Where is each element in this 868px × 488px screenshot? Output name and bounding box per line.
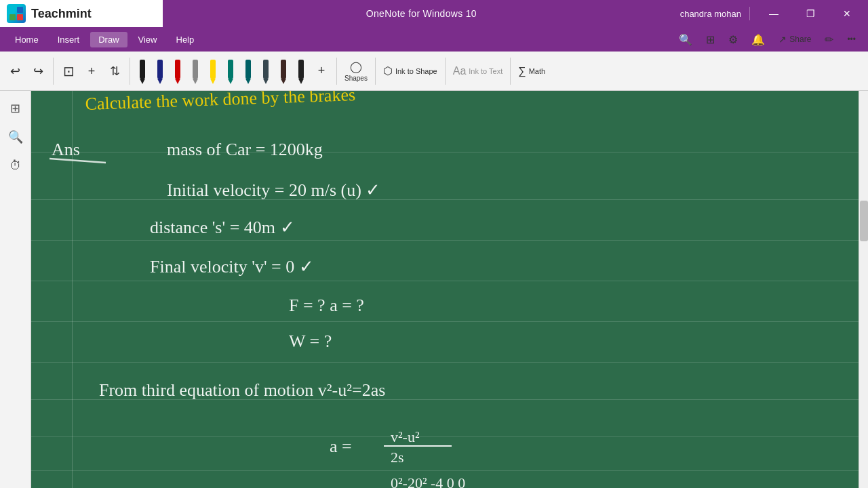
chalk-lines — [31, 91, 859, 488]
share-button[interactable]: ↗ Share — [773, 31, 816, 47]
menu-insert[interactable]: Insert — [50, 32, 88, 47]
chalk-line-1 — [31, 152, 859, 152]
chalkboard: Calculate the work done by the brakes An… — [31, 91, 859, 488]
settings-header-icon: ⚙ — [728, 33, 738, 46]
pen-charcoal[interactable] — [294, 58, 309, 85]
svg-rect-8 — [175, 60, 180, 79]
pen-gray[interactable] — [188, 58, 203, 85]
pen-red[interactable] — [170, 58, 185, 85]
chalk-line-8 — [31, 436, 859, 437]
pen-darkblue[interactable] — [153, 58, 167, 85]
header-right-actions: 🔍 ⊞ ⚙ 🔔 ↗ Share ✏ ••• — [673, 30, 861, 49]
ribbon-toolbar: ↩ ↪ ⊡ + ⇅ + — [0, 52, 868, 91]
shapes-label: Shapes — [344, 75, 368, 82]
svg-marker-11 — [193, 79, 198, 84]
math-button[interactable]: ∑ Math — [515, 63, 549, 79]
svg-rect-6 — [157, 60, 163, 79]
separator-1 — [53, 58, 54, 85]
ink-to-shape-icon: ⬡ — [383, 64, 393, 77]
menu-view[interactable]: View — [130, 32, 165, 47]
svg-marker-13 — [210, 79, 216, 84]
more-options-icon: ••• — [847, 35, 856, 44]
ink-to-text-button[interactable]: Aa Ink to Text — [450, 63, 507, 79]
logo-icon — [7, 4, 26, 23]
chalk-line-6 — [31, 362, 859, 363]
user-name: chandra mohan — [680, 9, 741, 19]
page-view-button[interactable]: ⊞ — [701, 30, 720, 49]
svg-rect-10 — [193, 60, 198, 79]
undo-icon: ↩ — [10, 65, 20, 77]
sidebar-left: ⊞ 🔍 ⏱ — [0, 91, 31, 488]
menu-draw[interactable]: Draw — [90, 32, 127, 47]
chalk-line-3 — [31, 240, 859, 241]
titlebar-right: chandra mohan — ❐ ✕ — [680, 0, 868, 27]
menu-home[interactable]: Home — [7, 32, 47, 47]
chalk-line-2 — [31, 199, 859, 200]
svg-marker-9 — [175, 79, 180, 84]
pen-darkgray[interactable] — [258, 58, 273, 85]
edit-button[interactable]: ✏ — [819, 30, 839, 49]
move-button[interactable]: ⇅ — [104, 63, 125, 79]
ink-to-text-icon: Aa — [453, 65, 467, 77]
menu-help[interactable]: Help — [168, 32, 203, 47]
scrollbar-right[interactable] — [859, 91, 868, 488]
pen-yellow[interactable] — [205, 58, 220, 85]
svg-marker-7 — [157, 79, 163, 84]
chalk-line-4 — [31, 281, 859, 281]
add-pen-button[interactable]: + — [311, 62, 332, 80]
shapes-icon: ◯ — [350, 60, 362, 73]
ink-to-shape-label: Ink to Shape — [395, 67, 437, 75]
svg-rect-12 — [210, 60, 216, 79]
sidebar-history-button[interactable]: ⏱ — [3, 153, 28, 178]
lasso-select-button[interactable]: ⊡ — [58, 62, 79, 80]
svg-rect-1 — [17, 7, 23, 13]
svg-rect-16 — [245, 60, 251, 79]
more-options-button[interactable]: ••• — [842, 32, 861, 47]
svg-marker-19 — [263, 79, 269, 84]
sidebar-search-button[interactable]: 🔍 — [3, 125, 28, 149]
settings-header-button[interactable]: ⚙ — [723, 30, 743, 49]
chalk-line-9 — [31, 470, 859, 471]
sidebar-pages-button[interactable]: ⊞ — [3, 96, 28, 121]
shapes-button[interactable]: ◯ Shapes — [341, 58, 371, 84]
ink-to-shape-button[interactable]: ⬡ Ink to Shape — [380, 62, 441, 79]
search-header-button[interactable]: 🔍 — [673, 30, 698, 49]
edit-icon: ✏ — [825, 33, 833, 46]
pen-darkgreen[interactable] — [241, 58, 256, 85]
separator-2 — [130, 58, 130, 85]
pen-black[interactable] — [135, 58, 150, 85]
add-space-button[interactable]: + — [81, 63, 102, 79]
search-header-icon: 🔍 — [679, 33, 692, 46]
svg-rect-4 — [140, 60, 145, 79]
chalk-line-5 — [31, 321, 859, 322]
main-content: Calculate the work done by the brakes An… — [31, 91, 859, 488]
share-icon: ↗ — [778, 34, 787, 45]
app-title: OneNote for Windows 10 — [163, 8, 680, 19]
titlebar-brand: Teachmint — [0, 0, 163, 27]
maximize-button[interactable]: ❐ — [795, 0, 826, 27]
svg-marker-17 — [245, 79, 251, 84]
ink-to-text-label: Ink to Text — [469, 67, 502, 75]
notification-icon: 🔔 — [751, 33, 765, 46]
close-button[interactable]: ✕ — [831, 0, 863, 27]
redo-icon: ↪ — [33, 65, 43, 77]
pen-teal[interactable] — [223, 58, 238, 85]
svg-marker-5 — [140, 79, 145, 84]
pen-nearlybrown[interactable] — [276, 58, 291, 85]
svg-marker-15 — [228, 79, 233, 84]
scrollbar-thumb[interactable] — [860, 201, 868, 241]
svg-rect-3 — [17, 14, 23, 20]
notification-button[interactable]: 🔔 — [746, 30, 770, 49]
share-label: Share — [789, 35, 811, 44]
add-space-icon: + — [88, 65, 96, 77]
svg-rect-20 — [281, 60, 286, 79]
math-label: Math — [529, 67, 545, 75]
redo-button[interactable]: ↪ — [27, 63, 49, 79]
minimize-button[interactable]: — — [758, 0, 789, 27]
chalk-line-7 — [31, 399, 859, 400]
titlebar: Teachmint OneNote for Windows 10 chandra… — [0, 0, 868, 27]
undo-button[interactable]: ↩ — [4, 63, 26, 79]
add-pen-icon: + — [318, 64, 326, 78]
separator-3 — [336, 58, 337, 85]
svg-rect-0 — [9, 7, 16, 13]
